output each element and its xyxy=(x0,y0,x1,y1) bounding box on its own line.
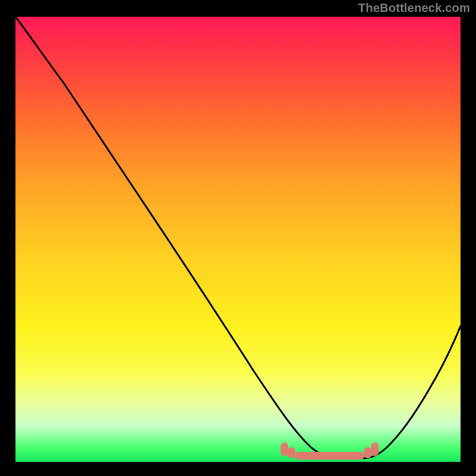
minimum-markers xyxy=(281,443,378,459)
plot-overlay xyxy=(15,17,461,462)
bottleneck-curve xyxy=(15,17,461,458)
plot-panel xyxy=(15,17,461,462)
chart-stage: TheBottleneck.com xyxy=(0,0,476,476)
marker-left-1 xyxy=(281,443,288,456)
marker-flat-segment xyxy=(295,452,364,459)
marker-right-2 xyxy=(371,443,378,456)
marker-left-2 xyxy=(288,447,295,458)
attribution-text: TheBottleneck.com xyxy=(358,1,470,15)
marker-right-1 xyxy=(364,447,371,458)
